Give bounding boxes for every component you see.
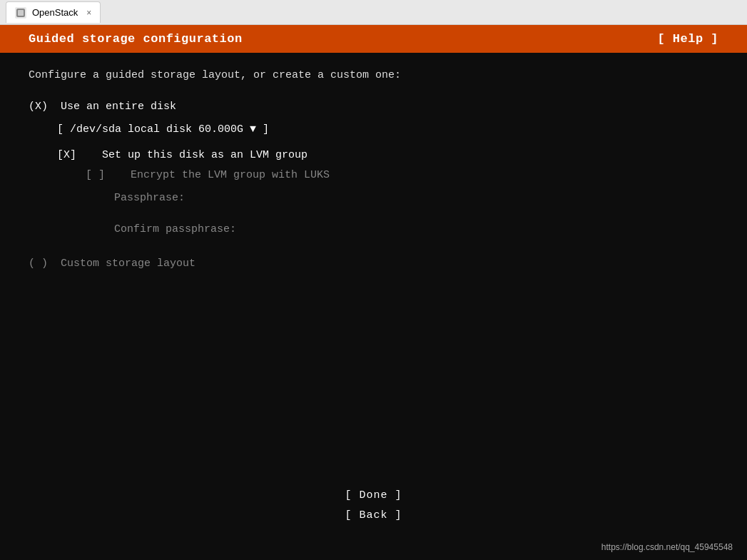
lvm-checkbox[interactable]: [X] [57, 149, 76, 161]
tab-icon [15, 7, 26, 19]
terminal-header: Guided storage configuration [ Help ] [0, 25, 747, 53]
lvm-option[interactable]: [X] Set up this disk as an LVM group [57, 147, 718, 164]
luks-option[interactable]: [ ] Encrypt the LVM group with LUKS [86, 167, 718, 184]
entire-disk-radio[interactable]: (X) [29, 98, 48, 116]
tab-close-button[interactable]: × [86, 8, 91, 18]
tab-label: OpenStack [32, 7, 78, 18]
confirm-passphrase-label: Confirm passphrase: [114, 221, 718, 238]
header-title: Guided storage configuration [29, 32, 243, 46]
custom-storage-option[interactable]: ( ) Custom storage layout [29, 255, 718, 273]
custom-storage-label: Custom storage layout [61, 255, 195, 273]
lvm-label: Set up this disk as an LVM group [102, 149, 308, 161]
back-button[interactable]: [ Back ] [317, 507, 431, 524]
custom-storage-radio[interactable]: ( ) [29, 255, 48, 273]
luks-checkbox[interactable]: [ ] [86, 169, 105, 181]
luks-label: Encrypt the LVM group with LUKS [131, 169, 330, 181]
entire-disk-label: Use an entire disk [61, 98, 176, 116]
intro-text: Configure a guided storage layout, or cr… [29, 67, 718, 84]
disk-dropdown[interactable]: [ /dev/sda local disk 60.000G ▼ ] [57, 121, 718, 138]
tab-bar: OpenStack × [0, 0, 747, 25]
footer-buttons: [ Done ] [ Back ] [0, 487, 747, 524]
help-button[interactable]: [ Help ] [657, 32, 718, 46]
done-button[interactable]: [ Done ] [317, 487, 431, 504]
terminal-window: Guided storage configuration [ Help ] Co… [0, 25, 747, 560]
terminal-content: Configure a guided storage layout, or cr… [0, 53, 747, 560]
openstack-tab[interactable]: OpenStack × [6, 1, 101, 23]
svg-rect-1 [18, 10, 24, 16]
url-watermark: https://blog.csdn.net/qq_45945548 [601, 541, 733, 554]
entire-disk-option[interactable]: (X) Use an entire disk [29, 98, 718, 116]
passphrase-label: Passphrase: [114, 190, 718, 207]
